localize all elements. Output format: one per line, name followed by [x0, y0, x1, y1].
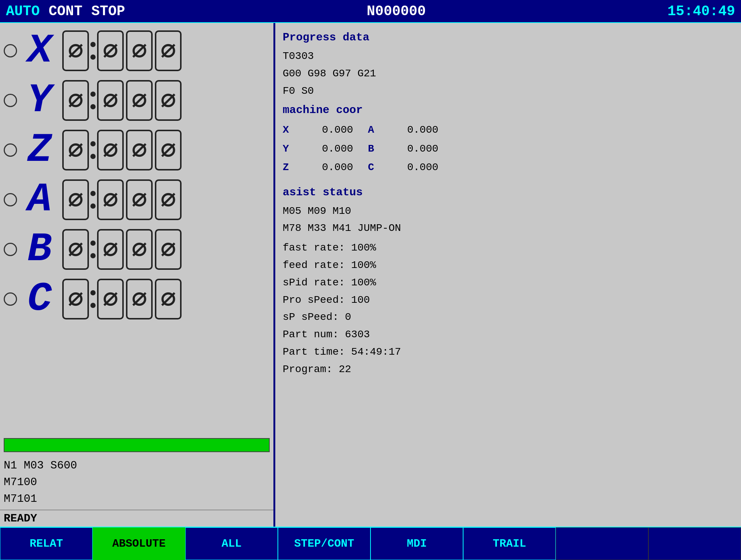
axis-circle-b — [4, 243, 17, 256]
coord-val-A: 0.000 — [390, 121, 438, 139]
coord-label-A: A — [368, 121, 390, 139]
axis-circle-x — [4, 44, 17, 57]
toolbar-btn-ABSOLUTE[interactable]: ABSOLUTE — [93, 527, 185, 560]
code-line-0: N1 M03 S600 — [4, 457, 270, 474]
axis-row-a: A — [4, 176, 270, 224]
toolbar-btn-6 — [556, 527, 648, 560]
axis-circle-z — [4, 143, 17, 157]
seg-digit — [62, 229, 89, 270]
code-area: N1 M03 S600M7100M7101 — [0, 455, 273, 510]
status1-label: CONT — [49, 3, 82, 19]
seg-digit — [155, 80, 182, 121]
coord-val-C: 0.000 — [390, 158, 438, 177]
coord-val-X: 0.000 — [301, 121, 353, 139]
progress-data-title: Progress data — [283, 27, 734, 47]
toolbar-btn-MDI[interactable]: MDI — [370, 527, 463, 560]
axis-row-c: C — [4, 275, 270, 323]
code-line-1: M7100 — [4, 474, 270, 491]
progress-bar-area — [0, 435, 273, 455]
m-codes2: M78 M33 M41 JUMP-ON — [283, 220, 734, 237]
seg-digit — [62, 130, 89, 170]
coord-label-Y: Y — [283, 140, 301, 158]
seg-digit — [97, 229, 124, 270]
coord-val-Z: 0.000 — [301, 158, 353, 177]
seg-digit — [155, 130, 182, 170]
seg-digit — [126, 80, 153, 121]
top-bar: AUTO CONT STOP N000000 15:40:49 — [0, 0, 741, 23]
ready-text: READY — [4, 512, 37, 525]
coord-val-B: 0.000 — [390, 140, 438, 158]
axis-row-z: Z — [4, 126, 270, 174]
seg-digit — [155, 229, 182, 270]
progress-bar-background — [4, 438, 270, 452]
axis-value-y — [62, 80, 270, 121]
seg-colon — [90, 241, 96, 258]
axis-label-b: B — [23, 229, 56, 270]
coord-label-C: C — [368, 158, 390, 177]
program-num: Program: 22 — [283, 361, 734, 378]
seg-digit — [97, 30, 124, 71]
sp-speed: sP sPeed: 0 — [283, 309, 734, 326]
axis-row-y: Y — [4, 76, 270, 125]
coord-rows: X0.000A0.000Y0.000B0.000Z0.000C0.000 — [283, 121, 734, 177]
part-num: Part num: 6303 — [283, 327, 734, 343]
seg-digit — [126, 130, 153, 170]
seg-digit — [126, 179, 153, 220]
toolbar-btn-TRAIL[interactable]: TRAIL — [463, 527, 556, 560]
axis-circle-c — [4, 292, 17, 306]
left-panel: XYZABC N1 M03 S600M7100M7101 READY — [0, 23, 274, 527]
axis-label-z: Z — [23, 130, 56, 170]
axis-label-y: Y — [23, 80, 56, 121]
code-line-2: M7101 — [4, 491, 270, 507]
axis-value-b — [62, 229, 270, 270]
axis-value-x — [62, 30, 270, 71]
seg-digit — [62, 279, 89, 319]
seg-digit — [62, 179, 89, 220]
spid-rate: sPid rate: 100% — [283, 275, 734, 291]
seg-digit — [97, 279, 124, 319]
axis-row-b: B — [4, 225, 270, 274]
f-s-line: F0 S0 — [283, 83, 734, 100]
seg-digit — [155, 279, 182, 319]
mode-label: AUTO — [6, 3, 40, 19]
seg-digit — [155, 30, 182, 71]
status2-label: STOP — [91, 3, 125, 19]
coord-row-1: Y0.000B0.000 — [283, 140, 734, 158]
axis-circle-y — [4, 94, 17, 107]
seg-digit — [126, 279, 153, 319]
coord-row-0: X0.000A0.000 — [283, 121, 734, 139]
seg-digit — [126, 30, 153, 71]
seg-digit — [97, 130, 124, 170]
ready-bar: READY — [0, 510, 273, 527]
part-time: Part time: 54:49:17 — [283, 344, 734, 361]
coord-label-X: X — [283, 121, 301, 139]
feed-rate: feed rate: 100% — [283, 257, 734, 274]
progress-bar-fill — [4, 439, 269, 451]
seg-colon — [90, 42, 96, 60]
seg-digit — [97, 179, 124, 220]
program-label: N000000 — [125, 3, 668, 19]
axis-circle-a — [4, 193, 17, 206]
seg-digit — [62, 80, 89, 121]
toolbar-btn-STEP/CONT[interactable]: STEP/CONT — [278, 527, 370, 560]
seg-digit — [155, 179, 182, 220]
axes-area: XYZABC — [0, 23, 273, 435]
toolbar: RELATABSOLUTEALLSTEP/CONTMDITRAIL — [0, 527, 741, 560]
seg-colon — [90, 290, 96, 308]
axis-value-c — [62, 279, 270, 319]
seg-colon — [90, 92, 96, 109]
seg-colon — [90, 141, 96, 159]
coord-row-2: Z0.000C0.000 — [283, 158, 734, 177]
pro-speed: Pro sPeed: 100 — [283, 292, 734, 309]
seg-digit — [126, 229, 153, 270]
toolbar-btn-ALL[interactable]: ALL — [185, 527, 278, 560]
g-codes-line: G00 G98 G97 G21 — [283, 66, 734, 82]
seg-colon — [90, 191, 96, 209]
coord-val-Y: 0.000 — [301, 140, 353, 158]
toolbar-btn-7 — [648, 527, 741, 560]
coord-label-B: B — [368, 140, 390, 158]
seg-digit — [97, 80, 124, 121]
main-area: XYZABC N1 M03 S600M7100M7101 READY Progr… — [0, 23, 741, 527]
machine-coor-title: machine coor — [283, 100, 734, 120]
toolbar-btn-RELAT[interactable]: RELAT — [0, 527, 93, 560]
